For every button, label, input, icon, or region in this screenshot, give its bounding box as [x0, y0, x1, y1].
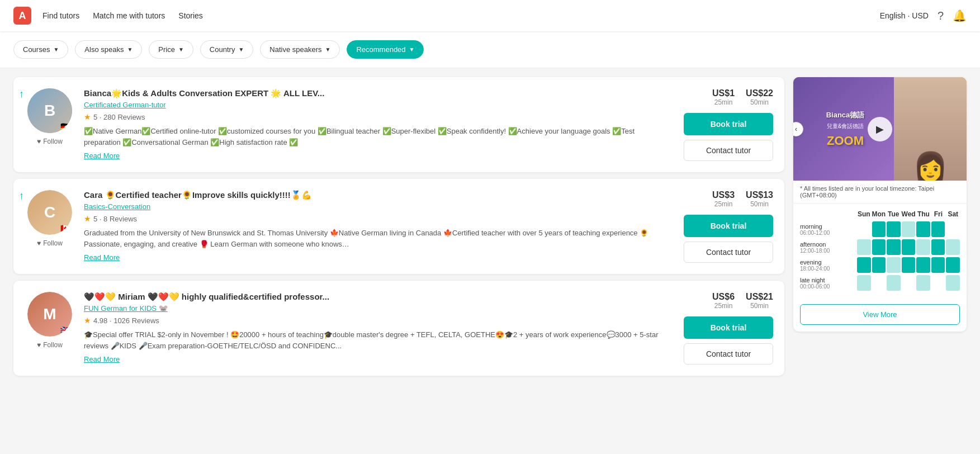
- book-trial-button[interactable]: Book trial: [684, 316, 773, 339]
- cal-cell[interactable]: [902, 239, 916, 255]
- day-wed: Wed: [902, 210, 916, 218]
- contact-tutor-button[interactable]: Contact tutor: [684, 140, 773, 161]
- cal-cell[interactable]: [872, 275, 886, 291]
- logo-icon: A: [13, 7, 31, 25]
- star-icon: ★: [84, 112, 91, 121]
- cal-cell[interactable]: [931, 221, 945, 237]
- cal-cell[interactable]: [887, 239, 901, 255]
- filter-native-speakers[interactable]: Native speakers ▼: [260, 40, 340, 59]
- chevron-down-icon: ▼: [53, 46, 59, 53]
- cal-cell[interactable]: [857, 275, 871, 291]
- cal-cell[interactable]: [946, 221, 960, 237]
- cal-cell[interactable]: [872, 239, 886, 255]
- nav-match-me[interactable]: Match me with tutors: [93, 11, 165, 20]
- nav-stories[interactable]: Stories: [178, 11, 203, 20]
- filter-recommended[interactable]: Recommended ▼: [347, 40, 424, 59]
- header-right: English · USD ? 🔔: [880, 9, 967, 22]
- calendar-section: Sun Mon Tue Wed Thu Fri Sat morning 06:0…: [793, 204, 967, 300]
- review-count: 5 · 280 Reviews: [93, 113, 145, 121]
- cal-cell[interactable]: [916, 239, 930, 255]
- notifications-icon[interactable]: 🔔: [953, 9, 967, 22]
- review-count: 5 · 8 Reviews: [93, 215, 137, 223]
- price-25min: US$1 25min: [712, 88, 735, 106]
- cal-cell[interactable]: [916, 221, 930, 237]
- filter-also-speaks[interactable]: Also speaks ▼: [75, 40, 142, 59]
- boost-icon: ↑: [19, 88, 24, 100]
- tutor-description: ✅Native German✅Certified online-tutor ✅c…: [84, 126, 664, 148]
- book-trial-button[interactable]: Book trial: [684, 113, 773, 135]
- lang-currency[interactable]: English · USD: [880, 11, 929, 20]
- main-content: ↑ B 🇩🇪 ♥ Follow Bianca🌟Kids & Adults Con…: [0, 68, 980, 385]
- cal-cell[interactable]: [931, 239, 945, 255]
- cal-cell[interactable]: [916, 275, 930, 291]
- late-night-label: late night 00:00-06:00: [800, 277, 856, 290]
- avatar-section: M 🇬🇧 ♥ Follow: [25, 292, 75, 365]
- cal-cell[interactable]: [902, 221, 916, 237]
- tutor-subtitle[interactable]: Basics-Conversation: [84, 202, 664, 211]
- follow-button[interactable]: ♥ Follow: [37, 138, 63, 145]
- rating: ★ 5 · 280 Reviews: [84, 112, 664, 121]
- cal-cell[interactable]: [931, 257, 945, 273]
- main-nav: Find tutors Match me with tutors Stories: [42, 11, 203, 20]
- cal-cell[interactable]: [857, 221, 871, 237]
- cal-cell[interactable]: [931, 275, 945, 291]
- avatar: M 🇬🇧: [27, 292, 72, 337]
- read-more-link[interactable]: Read More: [84, 152, 120, 160]
- tutor-info: 🖤❤️💛 Miriam 🖤❤️💛 highly qualified&certif…: [84, 292, 664, 365]
- timezone-note: * All times listed are in your local tim…: [793, 181, 967, 204]
- contact-tutor-button[interactable]: Contact tutor: [684, 343, 773, 365]
- price-25min: US$6 25min: [712, 292, 735, 310]
- book-trial-button[interactable]: Book trial: [684, 215, 773, 237]
- avatar-section: C 🇨🇦 ♥ Follow: [25, 190, 75, 263]
- review-count: 4.98 · 1026 Reviews: [93, 316, 159, 325]
- cal-cell[interactable]: [902, 257, 916, 273]
- cal-cell[interactable]: [872, 257, 886, 273]
- follow-button[interactable]: ♥ Follow: [37, 341, 63, 349]
- afternoon-row: afternoon 12:00-18:00: [800, 239, 960, 255]
- help-icon[interactable]: ?: [938, 10, 944, 22]
- cal-cell[interactable]: [946, 257, 960, 273]
- day-fri: Fri: [931, 210, 945, 218]
- tutor-card: M 🇬🇧 ♥ Follow 🖤❤️💛 Miriam 🖤❤️💛 highly qu…: [13, 281, 784, 376]
- late-night-row: late night 00:00-06:00: [800, 275, 960, 291]
- star-icon: ★: [84, 214, 91, 223]
- cal-cell[interactable]: [887, 221, 901, 237]
- evening-label: evening 18:00-24:00: [800, 259, 856, 272]
- cal-cell[interactable]: [946, 239, 960, 255]
- contact-tutor-button[interactable]: Contact tutor: [684, 242, 773, 263]
- cal-cell[interactable]: [887, 257, 901, 273]
- cal-cell[interactable]: [916, 257, 930, 273]
- cal-cell[interactable]: [902, 275, 916, 291]
- filter-courses[interactable]: Courses ▼: [13, 40, 68, 59]
- chevron-down-icon: ▼: [127, 46, 132, 53]
- sidebar: Bianca德語 兒童&會話德語 ZOOM 👩 ▶ ‹ * All times …: [793, 77, 967, 376]
- cal-cell[interactable]: [857, 257, 871, 273]
- read-more-link[interactable]: Read More: [84, 355, 120, 363]
- evening-row: evening 18:00-24:00: [800, 257, 960, 273]
- cal-cell[interactable]: [887, 275, 901, 291]
- avatar-section: B 🇩🇪 ♥ Follow: [25, 88, 75, 161]
- follow-button[interactable]: ♥ Follow: [37, 239, 63, 247]
- cal-cell[interactable]: [857, 239, 871, 255]
- tutor-subtitle[interactable]: FUN German for KIDS 🐭: [84, 304, 664, 313]
- nav-find-tutors[interactable]: Find tutors: [42, 11, 79, 20]
- sidebar-card: Bianca德語 兒童&會話德語 ZOOM 👩 ▶ ‹ * All times …: [793, 77, 967, 332]
- pricing-actions: US$6 25min US$21 50min Book trial Contac…: [673, 292, 773, 365]
- tutor-title: 🖤❤️💛 Miriam 🖤❤️💛 highly qualified&certif…: [84, 292, 664, 302]
- view-more-button[interactable]: View More: [800, 304, 960, 325]
- tutor-card: ↑ C 🇨🇦 ♥ Follow Cara 🌻Certified teacher🌻…: [13, 179, 784, 274]
- price-50min: US$22 50min: [746, 88, 773, 106]
- chevron-down-icon: ▼: [238, 46, 244, 53]
- chevron-down-icon: ▼: [325, 46, 331, 53]
- filter-country[interactable]: Country ▼: [200, 40, 253, 59]
- day-mon: Mon: [872, 210, 886, 218]
- cal-cell[interactable]: [946, 275, 960, 291]
- tutor-subtitle[interactable]: Certificated German-tutor: [84, 101, 664, 109]
- read-more-link[interactable]: Read More: [84, 253, 120, 262]
- morning-label: morning 06:00-12:00: [800, 223, 856, 236]
- filter-price[interactable]: Price ▼: [149, 40, 193, 59]
- play-button[interactable]: ▶: [868, 117, 892, 141]
- cal-cell[interactable]: [872, 221, 886, 237]
- pricing-actions: US$1 25min US$22 50min Book trial Contac…: [673, 88, 773, 161]
- afternoon-label: afternoon 12:00-18:00: [800, 241, 856, 254]
